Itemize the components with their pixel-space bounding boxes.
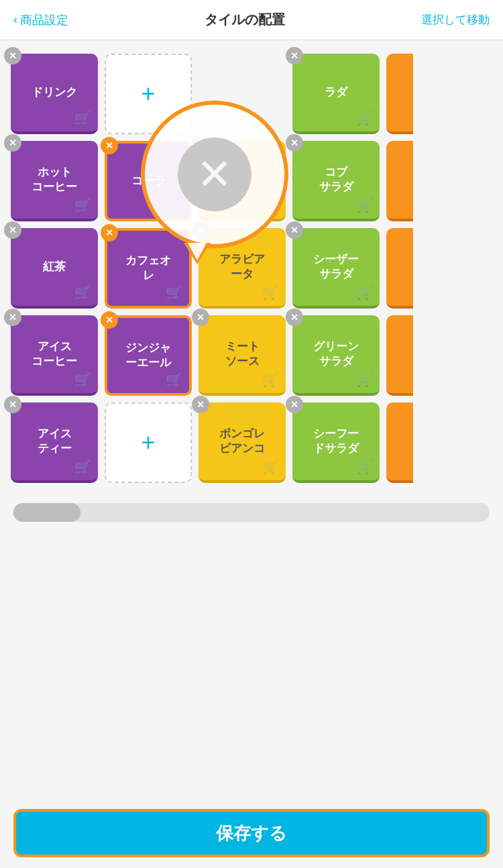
tile-row-5: ✕ アイスティー 🛒 + ✕ ボンゴレビアンコ 🛒 ✕ シーフードサラダ 🛒 bbox=[11, 402, 492, 483]
callout-arrow-inner bbox=[188, 243, 207, 260]
tile-row-3: ✕ 紅茶 🛒 ✕ カフェオレ 🛒 ✕ アラビアータ 🛒 ✕ シーザーサラダ 🛒 bbox=[11, 228, 492, 309]
tile-black-tea[interactable]: ✕ 紅茶 🛒 bbox=[11, 228, 98, 309]
tile-cob-salad[interactable]: ✕ コブサラダ 🛒 bbox=[292, 141, 380, 221]
remove-badge-seafood-salad[interactable]: ✕ bbox=[286, 396, 303, 413]
tile-ice-coffee-label: アイスコーヒー bbox=[32, 339, 77, 369]
remove-badge-ice-coffee[interactable]: ✕ bbox=[4, 309, 21, 326]
tile-ice-tea-label: アイスティー bbox=[38, 427, 72, 456]
tile-caesar-salad[interactable]: ✕ シーザーサラダ 🛒 bbox=[292, 228, 380, 309]
tile-orange-edge-2 bbox=[386, 141, 413, 221]
tile-row-4: ✕ アイスコーヒー 🛒 ✕ ジンジャーエール 🛒 ✕ ミートソース 🛒 ✕ グリ… bbox=[11, 315, 492, 396]
tile-drink-icon: 🛒 bbox=[74, 110, 91, 126]
remove-badge-cob-salad[interactable]: ✕ bbox=[286, 134, 303, 152]
tile-hot-coffee-label: ホットコーヒー bbox=[32, 165, 77, 195]
tile-meat-sauce-icon: 🛒 bbox=[262, 372, 279, 388]
tile-ginger-ale-label: ジンジャーエール bbox=[125, 341, 171, 370]
tile-orange-edge-3 bbox=[386, 228, 413, 309]
tile-grid: ✕ ✕ ドリンク 🛒 + ✕ ラダ 🛒 ✕ ホットコーヒー bbox=[0, 40, 503, 496]
remove-badge-cafe-ole[interactable]: ✕ bbox=[101, 224, 118, 241]
back-button[interactable]: ‹ 商品設定 bbox=[13, 12, 68, 28]
tile-green-salad-icon: 🛒 bbox=[356, 372, 373, 388]
tile-green-salad[interactable]: ✕ グリーンサラダ 🛒 bbox=[292, 315, 380, 396]
remove-badge-green-salad[interactable]: ✕ bbox=[286, 309, 303, 326]
tile-caesar-salad-icon: 🛒 bbox=[356, 284, 373, 301]
tile-hot-coffee-icon: 🛒 bbox=[74, 197, 91, 213]
tile-cafe-ole-label: カフェオレ bbox=[125, 254, 171, 283]
remove-badge-hot-coffee[interactable]: ✕ bbox=[4, 134, 21, 152]
scrollbar-thumb[interactable] bbox=[13, 503, 80, 522]
remove-badge-ginger-ale[interactable]: ✕ bbox=[101, 311, 118, 329]
tile-ice-tea[interactable]: ✕ アイスティー 🛒 bbox=[11, 402, 98, 483]
remove-badge-cola[interactable]: ✕ bbox=[101, 137, 118, 154]
remove-tooltip-circle: ✕ bbox=[141, 101, 288, 248]
tile-orange-edge-5 bbox=[386, 402, 413, 483]
tile-drink[interactable]: ✕ ドリンク 🛒 bbox=[11, 54, 98, 134]
tile-ice-coffee-icon: 🛒 bbox=[74, 372, 91, 388]
tile-add-2[interactable]: + bbox=[105, 402, 192, 483]
add-plus-icon-2: + bbox=[141, 429, 155, 457]
remove-badge-meat-sauce[interactable]: ✕ bbox=[192, 309, 209, 326]
tile-vongole-bianco-label: ボンゴレビアンコ bbox=[219, 427, 265, 456]
tile-drink-label: ドリンク bbox=[32, 85, 77, 100]
tile-hot-coffee[interactable]: ✕ ホットコーヒー 🛒 bbox=[11, 141, 98, 221]
tile-seafood-salad[interactable]: ✕ シーフードサラダ 🛒 bbox=[292, 402, 380, 483]
remove-badge-caesar-salad[interactable]: ✕ bbox=[286, 221, 303, 239]
tile-cafe-ole[interactable]: ✕ カフェオレ 🛒 bbox=[105, 228, 192, 309]
tile-arrabbiata-icon: 🛒 bbox=[262, 284, 279, 301]
tile-ginger-ale[interactable]: ✕ ジンジャーエール 🛒 bbox=[105, 315, 192, 396]
add-plus-icon-1: + bbox=[141, 80, 155, 108]
tile-salad-partial-label: ラダ bbox=[325, 85, 347, 100]
tile-vongole-bianco[interactable]: ✕ ボンゴレビアンコ 🛒 bbox=[199, 402, 286, 483]
tile-meat-sauce[interactable]: ✕ ミートソース 🛒 bbox=[199, 315, 286, 396]
tile-cob-salad-label: コブサラダ bbox=[319, 165, 353, 195]
save-button[interactable]: 保存する bbox=[13, 809, 490, 857]
tile-ginger-ale-icon: 🛒 bbox=[166, 372, 182, 388]
back-chevron-icon: ‹ bbox=[13, 13, 17, 27]
action-button[interactable]: 選択して移動 bbox=[421, 12, 490, 28]
remove-badge-ice-tea[interactable]: ✕ bbox=[4, 396, 21, 413]
app-header: ‹ 商品設定 タイルの配置 選択して移動 bbox=[0, 0, 503, 40]
tile-salad-partial[interactable]: ✕ ラダ 🛒 bbox=[292, 54, 380, 134]
tile-ice-tea-icon: 🛒 bbox=[74, 459, 91, 475]
tile-cob-salad-icon: 🛒 bbox=[356, 197, 373, 213]
tile-seafood-salad-label: シーフードサラダ bbox=[313, 427, 359, 456]
remove-badge-vongole-bianco[interactable]: ✕ bbox=[192, 396, 209, 413]
tile-black-tea-label: 紅茶 bbox=[43, 260, 66, 274]
scrollbar-area bbox=[0, 496, 503, 535]
tile-green-salad-label: グリーンサラダ bbox=[313, 339, 359, 369]
tile-orange-edge-4 bbox=[386, 315, 413, 396]
remove-badge-black-tea[interactable]: ✕ bbox=[4, 221, 21, 239]
scrollbar-track[interactable] bbox=[13, 503, 490, 522]
tile-caesar-salad-label: シーザーサラダ bbox=[313, 252, 359, 282]
page-title: タイルの配置 bbox=[205, 11, 285, 29]
tile-vongole-bianco-icon: 🛒 bbox=[262, 459, 279, 475]
tile-cafe-ole-icon: 🛒 bbox=[166, 284, 182, 301]
save-button-area: 保存する bbox=[0, 798, 503, 868]
tile-meat-sauce-label: ミートソース bbox=[225, 339, 260, 369]
tile-orange-edge-1 bbox=[386, 54, 413, 134]
back-label: 商品設定 bbox=[20, 12, 68, 28]
remove-badge-salad-partial[interactable]: ✕ bbox=[286, 47, 303, 64]
tile-salad-partial-icon: 🛒 bbox=[356, 110, 373, 126]
remove-badge-drink[interactable]: ✕ bbox=[4, 47, 21, 64]
tile-seafood-salad-icon: 🛒 bbox=[356, 459, 373, 475]
remove-icon-large: ✕ bbox=[178, 138, 252, 211]
tile-arrabbiata-label: アラビアータ bbox=[219, 252, 265, 282]
tile-ice-coffee[interactable]: ✕ アイスコーヒー 🛒 bbox=[11, 315, 98, 396]
tile-black-tea-icon: 🛒 bbox=[74, 284, 91, 301]
